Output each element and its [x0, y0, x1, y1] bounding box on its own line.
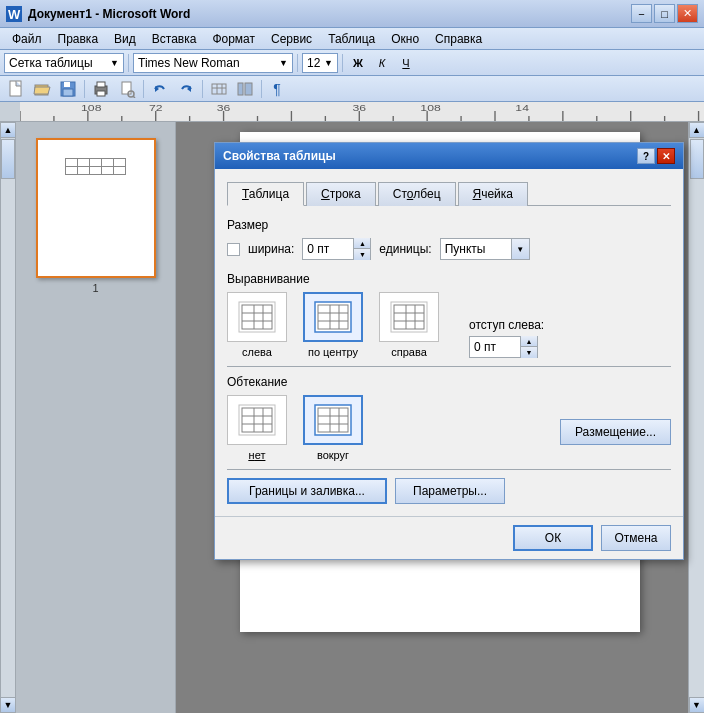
placement-button[interactable]: Размещение... — [560, 419, 671, 445]
align-center-box[interactable] — [303, 292, 363, 342]
menu-insert[interactable]: Вставка — [144, 30, 205, 48]
dialog-help-button[interactable]: ? — [637, 148, 655, 164]
columns-button[interactable] — [233, 78, 257, 100]
menu-help[interactable]: Справка — [427, 30, 490, 48]
maximize-button[interactable]: □ — [654, 4, 675, 23]
minimize-button[interactable]: − — [631, 4, 652, 23]
menu-edit[interactable]: Правка — [50, 30, 107, 48]
svg-rect-19 — [238, 83, 243, 95]
bold-button[interactable]: Ж — [347, 52, 369, 74]
svg-rect-9 — [97, 91, 105, 96]
menu-view[interactable]: Вид — [106, 30, 144, 48]
print-button[interactable] — [89, 78, 113, 100]
preview-button[interactable] — [115, 78, 139, 100]
italic-button[interactable]: К — [371, 52, 393, 74]
menu-format[interactable]: Формат — [204, 30, 263, 48]
tab-cell[interactable]: Ячейка — [458, 182, 529, 206]
underline-button[interactable]: Ч — [395, 52, 417, 74]
save-button[interactable] — [56, 78, 80, 100]
ok-button[interactable]: ОК — [513, 525, 593, 551]
indent-spin-down[interactable]: ▼ — [521, 347, 537, 358]
open-button[interactable] — [30, 78, 54, 100]
size-row: ширина: ▲ ▼ единицы: Пункты ▼ — [227, 238, 671, 260]
bottom-left-buttons: Границы и заливка... Параметры... — [227, 478, 505, 504]
undo-button[interactable] — [148, 78, 172, 100]
tab-column-label: Столбец — [393, 187, 441, 201]
separator-1 — [128, 54, 129, 72]
indent-section: отступ слева: ▲ ▼ — [469, 318, 544, 358]
indent-input[interactable] — [470, 337, 520, 357]
units-dropdown[interactable]: Пункты ▼ — [440, 238, 530, 260]
cancel-button[interactable]: Отмена — [601, 525, 671, 551]
standard-toolbar: ¶ — [0, 76, 704, 102]
menu-file[interactable]: Файл — [4, 30, 50, 48]
align-right-option[interactable]: справа — [379, 292, 439, 358]
ok-label: ОК — [545, 531, 561, 545]
align-left-option[interactable]: слева — [227, 292, 287, 358]
tab-row[interactable]: Строка — [306, 182, 376, 206]
options-button[interactable]: Параметры... — [395, 478, 505, 504]
main-area: ▲ ▼ — [0, 122, 704, 713]
new-doc-button[interactable] — [4, 78, 28, 100]
align-center-label: по центру — [308, 346, 358, 358]
width-input[interactable] — [303, 239, 353, 259]
svg-rect-20 — [245, 83, 252, 95]
dialog-footer: ОК Отмена — [215, 516, 683, 559]
wrap-around-box[interactable] — [303, 395, 363, 445]
width-spin-up[interactable]: ▲ — [354, 238, 370, 249]
wrap-none-option[interactable]: нет — [227, 395, 287, 461]
svg-rect-55 — [315, 302, 351, 332]
table-button[interactable] — [207, 78, 231, 100]
align-center-option[interactable]: по центру — [303, 292, 363, 358]
separator-3 — [342, 54, 343, 72]
tb2-sep-3 — [202, 80, 203, 98]
style-value: Сетка таблицы — [9, 56, 93, 70]
dialog-body: Таблица Строка Столбец Ячейка Размер — [215, 169, 683, 516]
style-selector[interactable]: Сетка таблицы ▼ — [4, 53, 124, 73]
menu-tools[interactable]: Сервис — [263, 30, 320, 48]
indent-spinbox[interactable]: ▲ ▼ — [469, 336, 538, 358]
alignment-options: слева — [227, 292, 439, 358]
width-label: ширина: — [248, 242, 294, 256]
svg-text:36: 36 — [353, 103, 367, 113]
separator-2 — [297, 54, 298, 72]
window-controls: − □ ✕ — [631, 4, 698, 23]
width-spinbox[interactable]: ▲ ▼ — [302, 238, 371, 260]
font-name-selector[interactable]: Times New Roman ▼ — [133, 53, 293, 73]
redo-button[interactable] — [174, 78, 198, 100]
align-left-box[interactable] — [227, 292, 287, 342]
wrap-none-box[interactable] — [227, 395, 287, 445]
units-dropdown-btn[interactable]: ▼ — [511, 239, 529, 259]
font-name-value: Times New Roman — [138, 56, 240, 70]
svg-text:108: 108 — [420, 103, 440, 113]
svg-rect-73 — [315, 405, 351, 435]
wrap-around-option[interactable]: вокруг — [303, 395, 363, 461]
svg-text:14: 14 — [515, 103, 529, 113]
style-dropdown-icon[interactable]: ▼ — [110, 58, 119, 68]
borders-fill-button[interactable]: Границы и заливка... — [227, 478, 387, 504]
menu-bar: Файл Правка Вид Вставка Формат Сервис Та… — [0, 28, 704, 50]
borders-fill-label: Границы и заливка... — [249, 484, 365, 498]
dialog-overlay: Свойства таблицы ? ✕ Таблица Строка — [0, 122, 704, 713]
svg-line-12 — [133, 96, 135, 98]
tab-table-label: Таблица — [242, 187, 289, 201]
font-name-dropdown-icon[interactable]: ▼ — [279, 58, 288, 68]
wrapping-section-label: Обтекание — [227, 375, 671, 389]
width-spin-down[interactable]: ▼ — [354, 249, 370, 260]
pilcrow-button[interactable]: ¶ — [266, 78, 288, 100]
wrap-none-label: нет — [249, 449, 266, 461]
divider-1 — [227, 366, 671, 367]
font-size-selector[interactable]: 12 ▼ — [302, 53, 338, 73]
tab-table[interactable]: Таблица — [227, 182, 304, 206]
dialog-close-button[interactable]: ✕ — [657, 148, 675, 164]
close-button[interactable]: ✕ — [677, 4, 698, 23]
svg-text:72: 72 — [149, 103, 163, 113]
menu-window[interactable]: Окно — [383, 30, 427, 48]
width-checkbox[interactable] — [227, 243, 240, 256]
menu-table[interactable]: Таблица — [320, 30, 383, 48]
font-size-dropdown-icon[interactable]: ▼ — [324, 58, 333, 68]
indent-spin-up[interactable]: ▲ — [521, 336, 537, 347]
alignment-row: слева — [227, 292, 671, 358]
align-right-box[interactable] — [379, 292, 439, 342]
tab-column[interactable]: Столбец — [378, 182, 456, 206]
